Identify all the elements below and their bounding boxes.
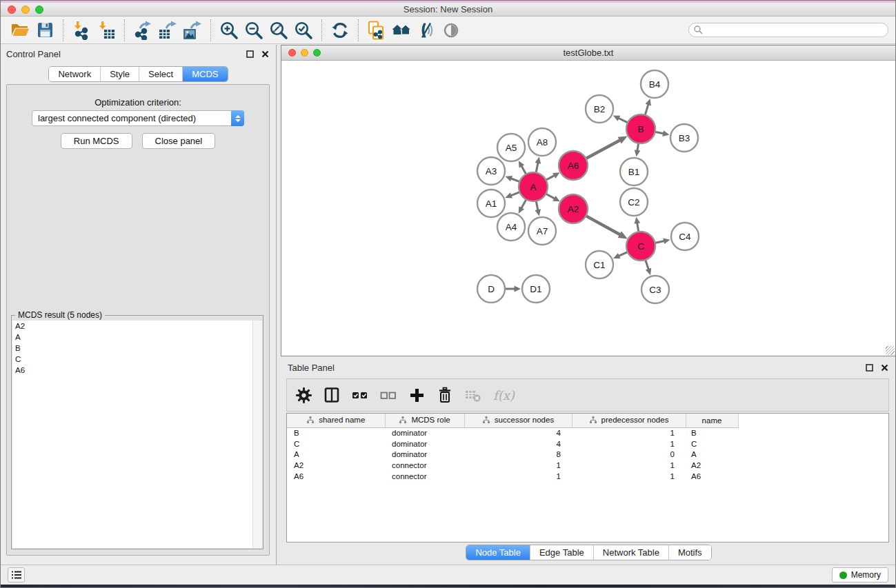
apply-layout-button[interactable] xyxy=(328,19,352,42)
node-B[interactable]: B xyxy=(626,114,655,143)
node-C1[interactable]: C1 xyxy=(586,251,613,278)
deselect-all-rows-button[interactable] xyxy=(379,385,398,405)
export-table-button[interactable] xyxy=(155,19,180,42)
node-C3[interactable]: C3 xyxy=(641,276,669,303)
table-row[interactable]: A6connector11A6 xyxy=(287,471,888,482)
node-A[interactable]: A xyxy=(519,172,548,201)
home-button[interactable] xyxy=(389,19,414,42)
close-panel-icon[interactable] xyxy=(259,48,270,59)
float-table-panel-icon[interactable] xyxy=(864,362,875,373)
column-header-shared-name[interactable]: shared name xyxy=(287,414,385,427)
node-A1[interactable]: A1 xyxy=(477,190,505,217)
run-mcds-button[interactable]: Run MCDS xyxy=(61,133,132,149)
node-D[interactable]: D xyxy=(477,275,505,303)
node-C2[interactable]: C2 xyxy=(620,188,648,216)
edge-C-C4[interactable] xyxy=(655,241,665,243)
open-session-button[interactable] xyxy=(8,19,32,42)
edge-A6-B[interactable] xyxy=(586,140,620,159)
network-window-titlebar[interactable]: testGlobe.txt xyxy=(281,45,895,61)
float-panel-icon[interactable] xyxy=(244,48,255,59)
edge-B-B4[interactable] xyxy=(645,104,648,115)
memory-button[interactable]: Memory xyxy=(832,567,888,582)
window-resize-grip[interactable] xyxy=(886,346,895,355)
zoom-selected-button[interactable] xyxy=(291,19,316,42)
edge-A-A3[interactable] xyxy=(511,179,520,182)
zoom-fit-button[interactable] xyxy=(266,19,291,42)
edge-C-C2[interactable] xyxy=(637,223,639,232)
result-item-a6[interactable]: A6 xyxy=(12,365,262,376)
network-zoom-button[interactable] xyxy=(313,49,321,57)
tab-network[interactable]: Network xyxy=(49,67,100,81)
network-canvas[interactable]: B4B2BB3A8A5A6A3B1AC2A1A2A4A7C4CC1DD1C3 xyxy=(281,61,895,356)
hide-graphics-details-button[interactable] xyxy=(414,19,439,42)
edge-A2-C[interactable] xyxy=(586,216,620,234)
zoom-window-button[interactable] xyxy=(35,6,43,14)
import-network-button[interactable] xyxy=(69,19,94,42)
node-B1[interactable]: B1 xyxy=(620,158,648,185)
export-network-button[interactable] xyxy=(130,19,155,42)
edge-A-A6[interactable] xyxy=(546,175,555,180)
search-input[interactable] xyxy=(704,25,888,36)
tab-style[interactable]: Style xyxy=(100,67,139,81)
column-header-successor-nodes[interactable]: successor nodes xyxy=(464,414,572,427)
node-A7[interactable]: A7 xyxy=(528,217,556,245)
table-tab-edge-table[interactable]: Edge Table xyxy=(530,545,593,560)
edge-A-A4[interactable] xyxy=(521,199,526,208)
table-tab-network-table[interactable]: Network Table xyxy=(593,545,668,560)
edge-B-B1[interactable] xyxy=(637,143,639,151)
result-item-c[interactable]: C xyxy=(12,354,262,365)
result-item-b[interactable]: B xyxy=(12,343,262,354)
edge-A-A7[interactable] xyxy=(536,201,538,211)
node-C[interactable]: C xyxy=(626,232,655,261)
criterion-dropdown[interactable]: largest connected component (directed) xyxy=(32,110,244,126)
create-column-button[interactable] xyxy=(407,385,426,405)
table-row[interactable]: Bdominator41B xyxy=(287,427,888,438)
select-all-rows-button[interactable] xyxy=(350,385,370,405)
node-B2[interactable]: B2 xyxy=(586,95,613,123)
node-A3[interactable]: A3 xyxy=(477,157,505,185)
node-C4[interactable]: C4 xyxy=(671,223,699,250)
task-history-button[interactable] xyxy=(8,567,25,582)
tab-select[interactable]: Select xyxy=(139,67,182,81)
minimize-window-button[interactable] xyxy=(21,6,30,14)
edge-A-A1[interactable] xyxy=(510,192,519,196)
tab-mcds[interactable]: MCDS xyxy=(182,67,227,81)
table-row[interactable]: Cdominator41C xyxy=(287,438,888,449)
column-header-predecessor-nodes[interactable]: predecessor nodes xyxy=(572,414,686,427)
search-box[interactable] xyxy=(688,23,888,37)
edge-B-B3[interactable] xyxy=(655,132,664,134)
result-item-a[interactable]: A xyxy=(12,332,262,343)
edge-C-C1[interactable] xyxy=(619,252,628,256)
node-B4[interactable]: B4 xyxy=(641,70,668,98)
result-scrollbar[interactable] xyxy=(252,321,262,548)
network-minimize-button[interactable] xyxy=(301,49,308,57)
close-table-panel-icon[interactable] xyxy=(879,362,890,373)
node-B3[interactable]: B3 xyxy=(670,124,698,152)
edge-A-A8[interactable] xyxy=(536,163,538,173)
clone-network-button[interactable] xyxy=(364,19,389,42)
node-A5[interactable]: A5 xyxy=(497,134,525,161)
export-image-button[interactable] xyxy=(180,19,205,42)
column-header-name[interactable]: name xyxy=(686,414,738,427)
table-row[interactable]: Adominator80A xyxy=(287,449,888,460)
node-A6[interactable]: A6 xyxy=(559,151,588,180)
close-panel-button[interactable]: Close panel xyxy=(142,133,216,149)
import-table-button[interactable] xyxy=(94,19,119,42)
edge-C-C3[interactable] xyxy=(646,260,649,270)
close-window-button[interactable] xyxy=(8,6,16,14)
node-A4[interactable]: A4 xyxy=(497,213,525,241)
node-A2[interactable]: A2 xyxy=(559,194,588,223)
show-column-button[interactable] xyxy=(322,385,341,405)
node-D1[interactable]: D1 xyxy=(522,275,550,303)
node-table[interactable]: shared nameMCDS rolesuccessor nodesprede… xyxy=(286,413,889,543)
birds-eye-view-button[interactable] xyxy=(439,19,464,42)
zoom-in-button[interactable] xyxy=(217,19,241,42)
table-tab-motifs[interactable]: Motifs xyxy=(668,545,711,560)
network-close-button[interactable] xyxy=(288,49,296,57)
table-settings-button[interactable] xyxy=(294,385,313,405)
delete-column-button[interactable] xyxy=(435,385,455,405)
result-item-a2[interactable]: A2 xyxy=(12,321,262,332)
save-session-button[interactable] xyxy=(32,19,57,42)
table-row[interactable]: A2connector11A2 xyxy=(287,460,888,471)
zoom-out-button[interactable] xyxy=(241,19,266,42)
